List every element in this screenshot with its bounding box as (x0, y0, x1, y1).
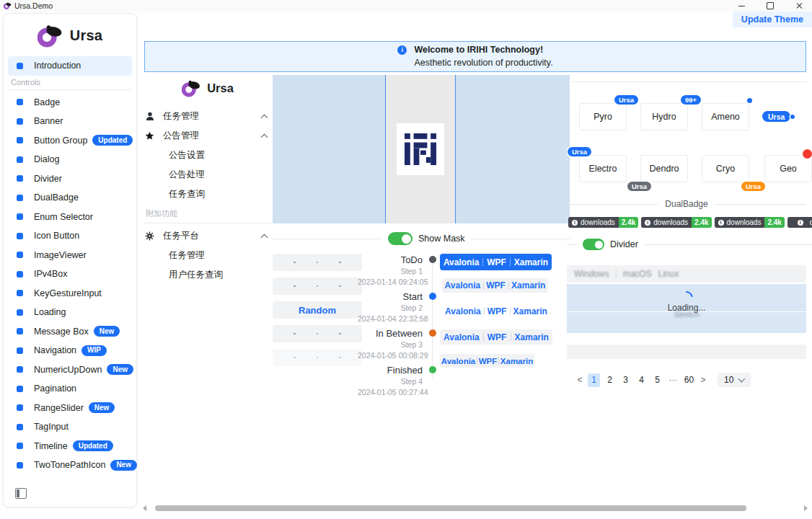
bullet-icon (17, 63, 23, 69)
ipv4-input[interactable] (273, 254, 362, 271)
ipv4-separator-dot (317, 262, 319, 264)
sidebar-item-message-box[interactable]: Message BoxNew (8, 322, 132, 342)
sidebar-item-enum-selector[interactable]: Enum Selector (8, 208, 132, 227)
badge-card-cryo: Cryo (702, 155, 749, 182)
menu-item-user-task-query[interactable]: 用户任务查询 (144, 265, 271, 285)
image-viewer[interactable] (273, 75, 570, 223)
dualbadge-divider-label: DualBadge (665, 199, 707, 209)
sidebar-item-badge[interactable]: Badge (8, 93, 132, 112)
badge-card-pyro: Pyro (579, 103, 627, 130)
menu-group-task-platform[interactable]: 任务平台 (144, 226, 271, 246)
sidebar-item-navigation[interactable]: NavigationWIP (8, 341, 132, 360)
menu-item-notice-settings[interactable]: 公告设置 (144, 146, 271, 165)
irihi-logo (397, 123, 444, 175)
sidebar-item-dualbadge[interactable]: DualBadge (8, 188, 132, 208)
page-button-4[interactable]: 4 (635, 373, 648, 387)
page-button-1[interactable]: 1 (588, 373, 600, 387)
ipv4-input[interactable] (273, 278, 362, 295)
ipv4-input-disabled (273, 349, 362, 366)
sidebar-item-taginput[interactable]: TagInput (8, 417, 132, 437)
horizontal-scrollbar[interactable] (143, 504, 808, 513)
page-next-button[interactable]: > (699, 373, 707, 387)
sidebar-item-pagination[interactable]: Pagination (8, 379, 132, 399)
timeline-step: Finished Step 4 2024-01-05 00:27:44 (358, 365, 438, 398)
sidebar-item-keygestureinput[interactable]: KeyGestureInput (8, 284, 132, 303)
button-xamarin[interactable]: Xamarin (513, 306, 547, 316)
page-button-5[interactable]: 5 (651, 373, 663, 387)
ipv4-separator-dot (339, 333, 341, 335)
timeline-dot (429, 366, 436, 373)
welcome-banner: Welcome to IRIHI Technology! Aesthetic r… (144, 41, 806, 72)
menu-item-task-mgmt[interactable]: 任务管理 (144, 246, 271, 265)
bullet-icon (17, 99, 23, 105)
button-avalonia[interactable]: Avalonia (441, 357, 476, 365)
button-avalonia[interactable]: Avalonia (445, 306, 481, 316)
page-button-60[interactable]: 60 (683, 373, 695, 387)
sidebar-collapse-icon[interactable] (15, 488, 27, 499)
scroll-left-arrow-icon[interactable] (143, 505, 146, 511)
sidebar-item-loading[interactable]: Loading (8, 303, 132, 322)
menu-group-task-mgmt[interactable]: 任务管理 (144, 107, 271, 126)
sidebar-item-timeline[interactable]: TimelineUpdated (8, 437, 132, 456)
maximize-button[interactable] (766, 1, 775, 10)
page-button-3[interactable]: 3 (619, 373, 632, 387)
ursa-badge-grey: Ursa (627, 182, 651, 191)
bullet-icon (17, 462, 23, 469)
sidebar-divider (9, 89, 131, 90)
button-avalonia[interactable]: Avalonia (443, 332, 480, 342)
status-badge: New (89, 402, 115, 413)
page-button-2[interactable]: 2 (604, 373, 616, 387)
close-button[interactable] (795, 1, 803, 10)
button-avalonia[interactable]: Avalonia (445, 280, 481, 290)
dualbadge-demo: downloads 2.4k downloads 2.4k downloads … (568, 217, 812, 229)
bullet-icon (17, 309, 23, 316)
sidebar-item-numericupdown[interactable]: NumericUpDownNew (8, 360, 132, 380)
show-mask-toggle[interactable] (388, 232, 412, 245)
sidebar-item-ipv4box[interactable]: IPv4Box (8, 265, 132, 284)
dot-badge (790, 115, 795, 119)
sidebar-item-icon-button[interactable]: Icon Button (8, 226, 132, 246)
button-wpf[interactable]: WPF (487, 257, 506, 267)
sidebar-item-introduction[interactable]: Introduction (8, 56, 132, 76)
bullet-icon (17, 443, 23, 449)
button-group-light: Avalonia WPF Xamarin (442, 278, 548, 293)
minimize-button[interactable] (737, 1, 746, 10)
menu-item-task-query[interactable]: 任务查询 (144, 185, 271, 204)
page-prev-button[interactable]: < (575, 373, 584, 387)
bullet-icon (17, 118, 23, 125)
button-xamarin[interactable]: Xamarin (514, 257, 548, 267)
button-wpf[interactable]: WPF (479, 357, 498, 365)
page-ellipsis: ··· (667, 373, 679, 387)
page-size-select[interactable]: 10 (718, 373, 751, 387)
sidebar-item-dialog[interactable]: Dialog (8, 150, 132, 169)
button-wpf[interactable]: WPF (486, 280, 506, 290)
divider-line (715, 204, 806, 205)
button-xamarin[interactable]: Xamarin (500, 357, 533, 365)
menu-item-notice-process[interactable]: 公告处理 (144, 165, 271, 185)
button-wpf[interactable]: WPF (487, 306, 507, 316)
button-group-compact: Avalonia WPF Xamarin (440, 354, 534, 368)
sidebar-item-imageviewer[interactable]: ImageViewer (8, 246, 132, 265)
sidebar-item-button-group[interactable]: Button GroupUpdated (8, 131, 132, 151)
user-icon (144, 112, 155, 121)
divider-toggle[interactable] (583, 239, 604, 250)
button-avalonia[interactable]: Avalonia (443, 257, 480, 267)
button-wpf[interactable]: WPF (487, 332, 507, 342)
bullet-icon (17, 137, 23, 143)
scrollbar-thumb[interactable] (155, 505, 746, 511)
window-title: Ursa.Demo (14, 1, 53, 10)
scroll-right-arrow-icon[interactable] (804, 505, 808, 511)
update-theme-button[interactable]: Update Theme (733, 12, 812, 27)
banner-title: Welcome to IRIHI Technology! (414, 44, 552, 57)
button-xamarin[interactable]: Xamarin (515, 332, 549, 342)
sidebar-item-divider[interactable]: Divider (8, 169, 132, 189)
divider-line (644, 244, 812, 245)
random-button[interactable]: Random (273, 301, 362, 319)
menu-group-notice-mgmt[interactable]: 公告管理 (144, 126, 271, 146)
gear-icon (144, 231, 155, 241)
sidebar-item-banner[interactable]: Banner (8, 112, 132, 131)
sidebar-item-rangeslider[interactable]: RangeSliderNew (8, 399, 132, 418)
button-xamarin[interactable]: Xamarin (511, 280, 545, 290)
ipv4-input[interactable] (273, 325, 362, 342)
sidebar-item-twotonepathicon[interactable]: TwoTonePathIconNew (8, 456, 132, 475)
